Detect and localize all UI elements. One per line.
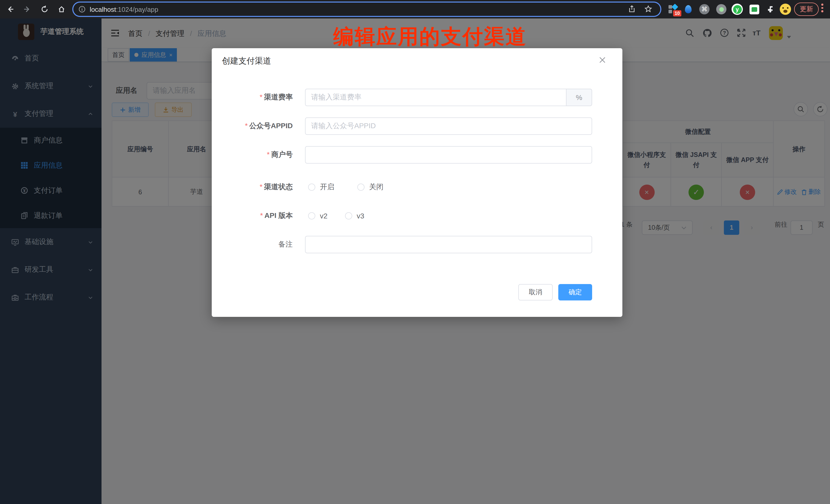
address-bar[interactable]: localhost:1024/pay/app [73, 3, 660, 16]
extension-yuque-icon[interactable]: y [731, 3, 743, 15]
share-button[interactable] [628, 5, 636, 15]
radio-label-v2[interactable]: v2 [320, 212, 328, 220]
extensions-puzzle-icon[interactable] [765, 3, 777, 15]
required-mark: * [267, 150, 270, 158]
bookmark-button[interactable] [644, 5, 652, 15]
field-label-text: 商户号 [271, 150, 293, 158]
field-label: *公众号APPID [212, 122, 299, 131]
form-row-channel-status: *渠道状态 开启 关闭 [212, 179, 622, 196]
form-row-remark: 备注 [212, 236, 622, 253]
radio-label-closed[interactable]: 关闭 [369, 183, 383, 192]
extension-record-icon[interactable] [715, 3, 728, 15]
share-icon [628, 5, 636, 13]
extension-tasks-icon[interactable]: 10 [667, 3, 679, 15]
field-label-text: 渠道费率 [264, 93, 293, 101]
field-label: *商户号 [212, 150, 299, 159]
forward-icon [23, 5, 31, 13]
required-mark: * [260, 183, 262, 191]
form-row-appid: *公众号APPID 请输入公众号APPID [212, 118, 622, 135]
browser-forward-button[interactable] [21, 3, 33, 15]
dialog-title: 创建支付渠道 [222, 56, 271, 67]
radio-label-open[interactable]: 开启 [320, 183, 334, 192]
cancel-button[interactable]: 取消 [518, 284, 553, 301]
channel-status-radio-group: 开启 关闭 [308, 183, 383, 192]
extension-balloon-icon[interactable] [682, 3, 694, 15]
required-mark: * [260, 93, 262, 101]
field-label: *渠道费率 [212, 93, 299, 102]
radio-label-v3[interactable]: v3 [357, 212, 364, 220]
api-version-radio-group: v2 v3 [308, 212, 364, 220]
field-label-text: 公众号APPID [249, 122, 293, 130]
extension-badge: 10 [673, 10, 681, 17]
puzzle-icon [767, 5, 775, 13]
home-icon [57, 5, 66, 13]
required-mark: * [245, 122, 248, 130]
form-row-api-version: *API 版本 v2 v3 [212, 207, 622, 225]
field-label-text: 备注 [278, 240, 293, 248]
input-placeholder: 请输入渠道费率 [311, 93, 361, 102]
form-row-merchant-no: *商户号 [212, 146, 622, 163]
browser-home-button[interactable] [55, 3, 68, 15]
reload-icon [40, 5, 49, 13]
input-placeholder: 请输入公众号APPID [311, 122, 376, 131]
update-label: 更新 [800, 5, 813, 14]
radio-closed[interactable] [357, 184, 364, 191]
star-icon [644, 5, 652, 13]
radio-v2[interactable] [308, 212, 315, 219]
radio-open[interactable] [308, 184, 315, 191]
appid-input[interactable]: 请输入公众号APPID [305, 118, 592, 135]
url-text: localhost:1024/pay/app [90, 5, 158, 13]
close-icon [599, 56, 606, 64]
field-label-text: API 版本 [264, 211, 293, 219]
confirm-button[interactable]: 确定 [558, 284, 592, 301]
field-label: *API 版本 [212, 211, 299, 220]
dialog-close-button[interactable] [599, 56, 607, 65]
extension-command-icon[interactable]: ⌘ [698, 3, 710, 15]
screen: localhost:1024/pay/app 10 ⌘ y [0, 0, 830, 504]
browser-menu-button[interactable] [821, 4, 823, 12]
remark-input[interactable] [305, 236, 592, 253]
radio-v3[interactable] [345, 212, 352, 219]
browser-profile-avatar[interactable] [779, 3, 792, 15]
field-label-text: 渠道状态 [264, 183, 293, 191]
required-mark: * [260, 211, 263, 219]
site-info-icon [78, 6, 86, 13]
browser-update-button[interactable]: 更新 [794, 3, 819, 16]
url-path: :1024/pay/app [116, 5, 158, 13]
field-label: *渠道状态 [212, 183, 299, 192]
merchant-no-input[interactable] [305, 146, 592, 163]
channel-rate-input[interactable]: 请输入渠道费率 [305, 89, 567, 106]
url-host: localhost [90, 5, 116, 13]
create-pay-channel-dialog: 创建支付渠道 *渠道费率 请输入渠道费率 % *公众号APPID 请输入公众号A… [212, 48, 622, 317]
extension-chat-icon[interactable] [748, 3, 760, 15]
field-label: 备注 [212, 240, 299, 249]
browser-reload-button[interactable] [38, 3, 51, 15]
annotation-text: 编辑应用的支付渠道 [333, 23, 527, 51]
form-row-channel-rate: *渠道费率 请输入渠道费率 % [212, 89, 622, 106]
browser-toolbar: localhost:1024/pay/app 10 ⌘ y [0, 0, 830, 19]
browser-back-button[interactable] [4, 3, 17, 15]
percent-append: % [567, 89, 592, 106]
back-icon [6, 5, 14, 13]
